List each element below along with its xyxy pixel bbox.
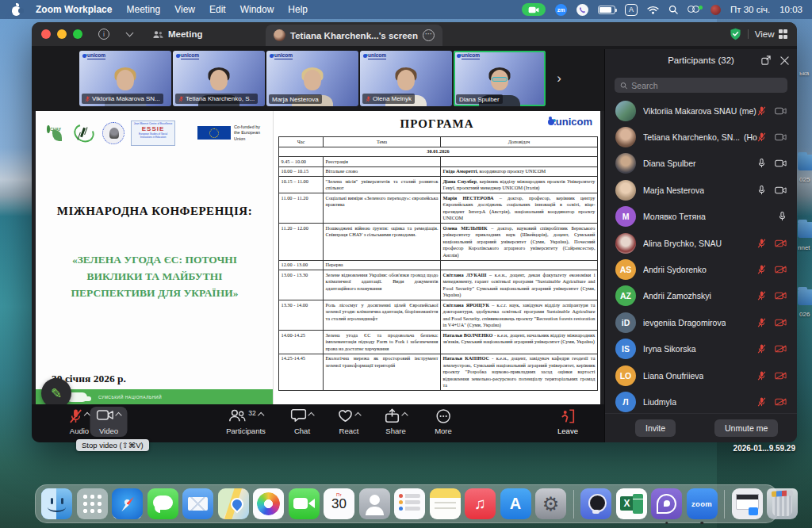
participant-row[interactable]: Tetiana Kharchenko, SN... (Host) ▣ — [605, 124, 797, 150]
photos-dock-icon[interactable] — [253, 488, 284, 519]
menu-help[interactable]: Help — [288, 4, 308, 15]
camera-off-icon — [775, 133, 787, 141]
table-row: 13.30 - 14.00Роль лісосмуг у досягненні … — [279, 300, 598, 331]
desktop-folder[interactable] — [798, 222, 812, 238]
menubar-time[interactable]: 10:03 — [779, 5, 802, 14]
menu-window[interactable]: Window — [240, 4, 274, 15]
app-store-dock-icon[interactable]: A — [500, 488, 531, 519]
chevron-down-icon[interactable] — [126, 29, 134, 37]
participant-row[interactable]: Marja Nesterova — [605, 177, 797, 203]
participant-row[interactable]: iD ievgeniia Dragomirova — [605, 309, 797, 335]
participant-row[interactable]: Diana Spulber — [605, 151, 797, 177]
input-source-indicator[interactable]: A — [625, 4, 638, 16]
video-button[interactable]: Video — [90, 407, 128, 437]
participant-row[interactable]: Л Liudmyla — [605, 388, 797, 415]
participants-search[interactable] — [615, 78, 787, 93]
close-panel-icon[interactable] — [780, 56, 789, 65]
menu-app-name[interactable]: Zoom Workplace — [36, 4, 112, 15]
annotate-pencil-button[interactable]: ✎ — [41, 378, 71, 404]
essie-logo: Jean Monnet Centre of Excellence ESSIE E… — [131, 121, 175, 146]
popout-panel-icon[interactable] — [761, 55, 771, 65]
messages-dock-icon[interactable] — [147, 488, 178, 519]
share-options-caret[interactable] — [401, 412, 408, 419]
desktop-folder[interactable] — [798, 289, 812, 305]
maps-dock-icon[interactable] — [218, 488, 249, 519]
participants-panel-footer: Invite Unmute me — [605, 413, 797, 442]
zoom-menubar-icon[interactable]: zm — [555, 4, 567, 16]
leave-button[interactable]: Leave — [557, 408, 578, 435]
search-input[interactable] — [631, 81, 782, 90]
menu-edit[interactable]: Edit — [209, 4, 226, 15]
video-tile[interactable]: unicom Marja Nesterova — [266, 51, 358, 106]
notes-dock-icon[interactable] — [430, 488, 461, 519]
video-options-caret[interactable] — [115, 412, 121, 419]
facetime-dock-icon[interactable] — [289, 488, 320, 519]
strip-next-button[interactable]: › — [551, 65, 567, 92]
participant-row[interactable]: M Молявко Тетяна — [605, 204, 797, 230]
react-options-caret[interactable] — [354, 412, 361, 419]
table-row: 12.00 - 13.00Перерва — [279, 260, 598, 270]
participants-options-caret[interactable] — [257, 412, 263, 419]
reminders-dock-icon[interactable] — [394, 488, 425, 519]
homepod-dock-icon[interactable] — [580, 488, 611, 519]
excel-dock-icon[interactable] — [616, 488, 647, 519]
chat-button[interactable]: Chat — [291, 408, 314, 435]
participant-row[interactable]: LO Liana Onufriieva — [605, 362, 797, 388]
tab-meeting[interactable]: Meeting — [153, 29, 202, 39]
muted-mic-icon — [366, 95, 371, 103]
share-button[interactable]: Share — [385, 408, 408, 435]
wifi-icon[interactable] — [647, 6, 659, 14]
unicom-logo: unicom — [548, 116, 592, 128]
camera-icon — [528, 6, 539, 13]
mail-dock-icon[interactable] — [182, 488, 213, 519]
minimize-window-button[interactable] — [57, 29, 67, 39]
finder-dock-icon[interactable] — [41, 488, 72, 519]
fullscreen-window-button[interactable] — [73, 29, 82, 39]
desktop-folder[interactable] — [798, 155, 812, 170]
zoom-dock-icon[interactable]: zoom — [687, 488, 718, 519]
status-tray-icon[interactable] — [710, 5, 721, 15]
participant-row[interactable]: IS Iryna Sikorska — [605, 336, 797, 362]
menu-meeting[interactable]: Meeting — [126, 4, 160, 15]
viber-menubar-icon[interactable] — [576, 4, 588, 16]
camera-off-icon — [775, 292, 787, 300]
security-shield-icon[interactable] — [730, 28, 741, 40]
spotlight-search-icon[interactable] — [668, 5, 678, 14]
audio-button[interactable]: Audio — [69, 408, 90, 435]
react-button[interactable]: React — [338, 408, 361, 435]
participant-row[interactable]: Viktoriia Makarova SNAU (me) — [605, 98, 797, 124]
menubar-date[interactable]: Пт 30 січ. — [730, 5, 770, 14]
participant-row[interactable]: Alina Brychko, SNAU — [605, 230, 797, 256]
close-window-button[interactable] — [41, 29, 51, 39]
menu-view[interactable]: View — [174, 4, 195, 15]
contacts-dock-icon[interactable] — [359, 488, 390, 519]
participants-button[interactable]: 32 Participants — [226, 408, 266, 435]
trash-dock-icon[interactable] — [767, 488, 798, 519]
video-tile[interactable]: unicom Olena Melnyk — [360, 51, 452, 106]
tab-options-icon[interactable]: ··· — [423, 29, 435, 41]
user-switch-icon[interactable] — [688, 4, 701, 15]
invite-button[interactable]: Invite — [635, 419, 676, 437]
view-button[interactable]: View — [755, 29, 787, 39]
video-tile[interactable]: unicom Tetiana Kharchenko, S... — [173, 51, 265, 106]
tab-shared-screen[interactable]: Tetiana Kharchenk...'s screen ··· — [266, 25, 442, 46]
settings-dock-icon[interactable]: ⚙ — [535, 488, 566, 519]
viber-dock-icon[interactable] — [651, 488, 682, 519]
music-dock-icon[interactable]: ♫ — [465, 488, 496, 519]
calendar-dock-icon[interactable]: Пт30 — [324, 488, 354, 519]
meeting-info-icon[interactable]: i — [98, 29, 109, 40]
chat-options-caret[interactable] — [308, 412, 314, 419]
apple-menu-icon[interactable] — [11, 4, 21, 16]
participant-row[interactable]: AZ Andrii Zamozhskyi — [605, 283, 797, 309]
more-button[interactable]: More — [435, 408, 452, 435]
video-tile[interactable]: unicom Viktoriia Makarova SN... — [79, 51, 171, 106]
camera-active-indicator[interactable] — [522, 3, 546, 16]
video-tile-active-speaker[interactable]: unicom Diana Spulber — [454, 51, 546, 106]
launchpad-dock-icon[interactable] — [77, 488, 108, 519]
window-preview-dock-icon[interactable] — [732, 488, 763, 519]
camera-off-icon — [775, 398, 787, 406]
battery-indicator[interactable] — [598, 6, 615, 14]
unmute-me-button[interactable]: Unmute me — [714, 419, 778, 437]
safari-dock-icon[interactable] — [112, 488, 143, 519]
participant-row[interactable]: AS Andrii Sydorenko — [605, 256, 797, 282]
